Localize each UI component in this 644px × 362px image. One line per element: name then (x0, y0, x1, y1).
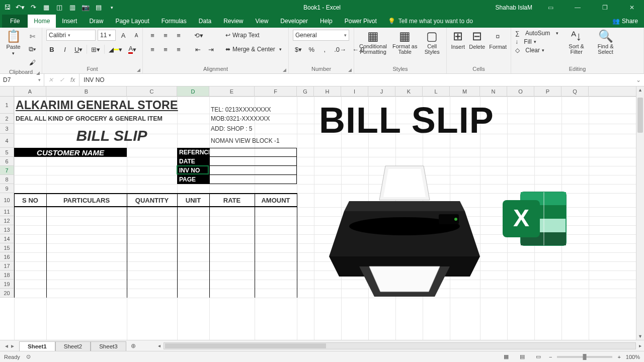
sheet-tab-3[interactable]: Sheet3 (91, 341, 126, 351)
paste-button[interactable]: 📋 Paste ▾ (4, 30, 23, 56)
autosum-button[interactable]: ∑ AutoSum ▾ (515, 30, 558, 37)
scroll-up-icon[interactable]: ▲ (636, 87, 644, 93)
new-sheet-button[interactable]: ⊕ (126, 340, 140, 351)
insert-cells-button[interactable]: ⊞Insert (451, 30, 465, 50)
format-as-table-button[interactable]: ▦Format as Table (392, 30, 418, 55)
tab-power-pivot[interactable]: Power Pivot (339, 15, 383, 28)
tab-insert[interactable]: Insert (56, 15, 83, 28)
dialog-launcher-icon[interactable]: ◢ (283, 66, 286, 74)
conditional-formatting-button[interactable]: ▦Conditional Formatting (358, 30, 388, 55)
underline-button[interactable]: U▾ (72, 44, 85, 55)
wrap-text-button[interactable]: ↩Wrap Text (223, 30, 284, 41)
scroll-left-icon[interactable]: ◂ (155, 343, 164, 348)
font-color-button[interactable]: A▾ (126, 44, 138, 55)
percent-format-icon[interactable]: % (306, 44, 317, 55)
zoom-slider[interactable] (557, 356, 612, 358)
tab-data[interactable]: Data (193, 15, 217, 28)
user-name[interactable]: Shahab IslaM (496, 4, 532, 11)
enter-formula-icon[interactable]: ✓ (59, 76, 64, 83)
align-right-icon[interactable]: ≡ (173, 44, 184, 55)
page-layout-view-icon[interactable]: ▤ (517, 352, 528, 361)
row-headers[interactable]: 1234567891011121314151617181920 (0, 97, 14, 298)
tab-home[interactable]: Home (28, 15, 56, 28)
formula-input[interactable]: INV NO (79, 76, 633, 83)
maximize-icon[interactable]: ❐ (596, 4, 614, 11)
page-break-view-icon[interactable]: ▭ (533, 352, 544, 361)
save-icon[interactable]: 🖫 (3, 4, 11, 12)
column-headers[interactable]: ABCDEFGHIJKLMNOPQ (14, 86, 636, 97)
vertical-scrollbar[interactable]: ▲ ▼ (636, 86, 644, 340)
tab-view[interactable]: View (250, 15, 275, 28)
horizontal-scrollbar[interactable]: ◂ ▸ (155, 340, 644, 351)
qat-icon[interactable]: ▦ (42, 4, 50, 12)
cell-grid[interactable]: ALKARIMI GENERAL STOREDEAL ALL KIND OF G… (14, 97, 636, 340)
tab-formulas[interactable]: Formulas (155, 15, 193, 28)
fx-icon[interactable]: fx (70, 76, 75, 83)
orientation-icon[interactable]: ⟲▾ (192, 30, 205, 41)
format-painter-icon[interactable]: 🖌 (27, 57, 38, 68)
sheet-nav-prev-icon[interactable]: ◂ (5, 342, 8, 349)
tab-page-layout[interactable]: Page Layout (109, 15, 155, 28)
decrease-font-icon[interactable]: A (131, 30, 142, 41)
merge-center-button[interactable]: ⬌Merge & Center▾ (223, 44, 284, 55)
tab-developer[interactable]: Developer (274, 15, 314, 28)
sheet-tab-2[interactable]: Sheet2 (55, 341, 91, 351)
delete-cells-button[interactable]: ⊟Delete (469, 30, 485, 50)
cancel-formula-icon[interactable]: ✕ (48, 76, 53, 83)
cell-styles-button[interactable]: ▢Cell Styles (422, 30, 442, 55)
qat-icon[interactable]: ◫ (55, 4, 63, 12)
scroll-thumb[interactable] (165, 343, 326, 348)
dialog-launcher-icon[interactable]: ◢ (137, 66, 140, 74)
comma-format-icon[interactable]: , (319, 44, 330, 55)
undo-icon[interactable]: ↶▾ (16, 4, 24, 12)
scroll-thumb[interactable] (637, 98, 643, 133)
align-top-icon[interactable]: ≡ (147, 30, 158, 41)
cut-icon[interactable]: ✄ (27, 31, 38, 42)
decrease-indent-icon[interactable]: ⇤ (192, 44, 203, 55)
increase-font-icon[interactable]: A (118, 30, 129, 41)
macro-record-icon[interactable]: ⊙ (26, 353, 31, 360)
close-icon[interactable]: ✕ (623, 4, 641, 11)
select-all-corner[interactable] (0, 86, 14, 97)
qat-customize-icon[interactable]: ▾ (108, 4, 116, 12)
share-button[interactable]: 👥 Share (612, 15, 638, 28)
italic-button[interactable]: I (59, 44, 70, 55)
sheet-tab-1[interactable]: Sheet1 (19, 341, 55, 351)
dialog-launcher-icon[interactable]: ◢ (36, 69, 40, 77)
zoom-out-icon[interactable]: − (549, 354, 552, 360)
fill-button[interactable]: ↓ Fill▾ (515, 38, 558, 45)
fill-color-button[interactable]: ◢▾ (107, 44, 124, 55)
minimize-icon[interactable]: — (569, 4, 587, 11)
font-name-select[interactable]: Calibri▾ (46, 30, 96, 41)
sort-filter-button[interactable]: ᴬ↓Sort & Filter (566, 30, 588, 55)
increase-decimal-icon[interactable]: .0→ (332, 44, 348, 55)
tell-me-search[interactable]: 💡 Tell me what you want to do (388, 15, 473, 28)
ribbon-display-icon[interactable]: ▭ (541, 4, 559, 11)
qat-camera-icon[interactable]: 📷 (82, 4, 90, 12)
tab-review[interactable]: Review (217, 15, 249, 28)
tab-help[interactable]: Help (314, 15, 339, 28)
align-left-icon[interactable]: ≡ (147, 44, 158, 55)
redo-icon[interactable]: ↷ (29, 4, 37, 12)
align-bottom-icon[interactable]: ≡ (173, 30, 184, 41)
normal-view-icon[interactable]: ▦ (501, 352, 512, 361)
scroll-right-icon[interactable]: ▸ (636, 343, 644, 348)
format-cells-button[interactable]: ▫Format (489, 30, 507, 50)
copy-icon[interactable]: ⧉▾ (27, 44, 38, 55)
zoom-in-icon[interactable]: + (617, 354, 620, 360)
sheet-nav-next-icon[interactable]: ▸ (11, 342, 14, 349)
scroll-down-icon[interactable]: ▼ (636, 334, 644, 339)
bold-button[interactable]: B (46, 44, 57, 55)
number-format-select[interactable]: General▾ (293, 30, 349, 41)
qat-calc-icon[interactable]: ▤ (95, 4, 103, 12)
accounting-format-icon[interactable]: $▾ (293, 44, 304, 55)
clear-button[interactable]: ◇ Clear▾ (515, 47, 558, 54)
dialog-launcher-icon[interactable]: ◢ (348, 66, 352, 74)
borders-button[interactable]: ⊞▾ (89, 44, 102, 55)
tab-draw[interactable]: Draw (83, 15, 109, 28)
align-center-icon[interactable]: ≡ (160, 44, 171, 55)
tab-file[interactable]: File (2, 15, 28, 28)
qat-icon[interactable]: ▥ (68, 4, 76, 12)
increase-indent-icon[interactable]: ⇥ (205, 44, 216, 55)
find-select-button[interactable]: 🔍Find & Select (595, 30, 617, 55)
